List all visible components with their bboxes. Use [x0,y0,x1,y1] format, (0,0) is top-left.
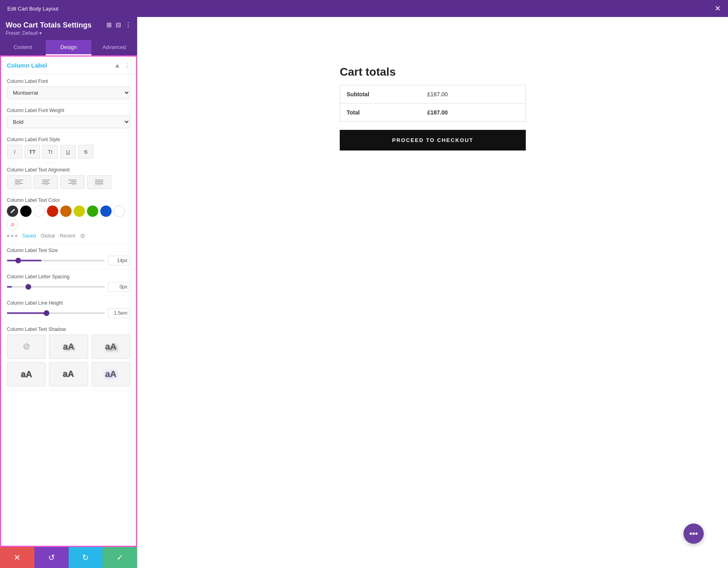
font-label: Column Label Font [7,78,130,84]
bottom-toolbar: ✕ ↺ ↻ ✓ [0,547,137,568]
font-select[interactable]: Montserrat [7,87,130,99]
color-tab-global[interactable]: Global [41,233,55,239]
tab-advanced[interactable]: Advanced [91,40,137,55]
letter-spacing-group: Column Label Letter Spacing 0px [1,270,136,296]
line-height-slider-row: 1.5em [7,308,130,318]
text-align-label: Column Label Text Alignment [7,167,130,173]
color-swatch-white[interactable] [114,206,125,217]
letter-spacing-slider-row: 0px [7,282,130,292]
tab-design[interactable]: Design [46,40,91,55]
color-tabs-row: Saved Global Recent ⚙ [7,233,130,239]
line-height-value[interactable]: 1.5em [108,308,130,318]
line-height-label: Column Label Line Height [7,300,130,306]
strikethrough-btn[interactable]: S [78,145,93,159]
text-color-group: Column Label Text Color ⊘ [1,193,136,244]
text-size-slider-row: 14px [7,256,130,265]
uppercase-btn[interactable]: TT [25,145,40,159]
font-style-group: Column Label Font Style I TT Tt U S [1,133,136,163]
line-height-slider[interactable] [7,312,105,314]
align-right-btn[interactable] [60,175,85,189]
cart-row-subtotal: Subtotal £187.00 [340,85,526,104]
color-swatch-black[interactable] [20,206,32,217]
color-dot-3 [15,235,17,237]
main-content: Cart totals Subtotal £187.00 Total £187.… [138,17,728,568]
text-size-label: Column Label Text Size [7,248,130,253]
shadow-grid: ⊘ aA aA aA aA aA [7,335,130,386]
panel-icon-column[interactable]: ⊟ [116,21,121,29]
color-dot-2 [11,235,13,237]
edit-bar-title: Edit Cart Body Layout [7,6,58,12]
color-settings-icon[interactable]: ⚙ [80,233,85,239]
edit-bar: Edit Cart Body Layout ✕ [0,0,728,17]
cart-totals-title: Cart totals [340,66,526,78]
color-swatch-white2[interactable] [34,206,45,217]
shadow-option-2[interactable]: aA [91,335,130,359]
align-justify-btn[interactable] [87,175,111,189]
tab-content[interactable]: Content [0,40,46,55]
text-shadow-group: Column Label Text Shadow ⊘ aA aA aA aA a… [1,322,136,391]
section-title: Column Label [7,62,47,69]
shadow-option-1[interactable]: aA [49,335,88,359]
save-button[interactable]: ✓ [103,547,137,568]
panel-title: Woo Cart Totals Settings [6,21,91,30]
color-picker-active[interactable] [7,206,18,217]
total-value: £187.00 [421,104,526,122]
text-color-label: Column Label Text Color [7,197,130,203]
letter-spacing-slider[interactable] [7,286,105,288]
text-shadow-label: Column Label Text Shadow [7,326,130,332]
section-collapse-icon[interactable]: ▲ [114,62,121,69]
color-tab-saved[interactable]: Saved [22,233,36,239]
svg-point-16 [14,209,15,210]
align-left-btn[interactable] [7,175,31,189]
text-size-value[interactable]: 14px [108,256,130,265]
italic-btn[interactable]: I [7,145,22,159]
redo-button[interactable]: ↻ [69,547,103,568]
color-swatch-blue[interactable] [100,206,112,217]
color-picker-row: ⊘ [7,206,130,230]
font-weight-label: Column Label Font Weight [7,108,130,113]
color-swatch-yellow[interactable] [74,206,85,217]
close-icon[interactable]: ✕ [715,4,721,13]
color-clear-btn[interactable]: ⊘ [7,219,18,230]
checkout-button[interactable]: PROCEED TO CHECKOUT [340,130,526,150]
letter-spacing-label: Column Label Letter Spacing [7,274,130,280]
undo-button[interactable]: ↺ [34,547,69,568]
font-group: Column Label Font Montserrat [1,74,136,104]
underline-btn[interactable]: U [60,145,76,159]
panel-tabs: Content Design Advanced [0,40,137,55]
line-height-group: Column Label Line Height 1.5em [1,296,136,322]
font-style-buttons: I TT Tt U S [7,145,130,159]
color-swatch-red[interactable] [47,206,58,217]
shadow-none[interactable]: ⊘ [7,335,46,359]
letter-spacing-value[interactable]: 0px [108,282,130,292]
cart-row-total: Total £187.00 [340,104,526,122]
align-center-btn[interactable] [34,175,58,189]
font-weight-select[interactable]: Bold Normal 100 200 [7,116,130,128]
section-controls: ▲ ⋮ [114,61,130,69]
section-menu-icon[interactable]: ⋮ [124,61,130,69]
font-weight-group: Column Label Font Weight Bold Normal 100… [1,104,136,133]
color-tab-recent[interactable]: Recent [60,233,75,239]
text-size-group: Column Label Text Size 14px [1,244,136,270]
panel-content: Column Label ▲ ⋮ Column Label Font Monts… [0,55,137,547]
color-swatch-orange[interactable] [60,206,72,217]
cart-table: Subtotal £187.00 Total £187.00 [340,85,526,122]
color-swatch-green[interactable] [87,206,98,217]
panel-preset[interactable]: Preset: Default ▾ [6,30,91,36]
floating-menu-button[interactable]: ••• [684,523,704,544]
right-panel: Cart totals Subtotal £187.00 Total £187.… [138,17,728,568]
text-size-slider[interactable] [7,260,105,261]
color-dot-1 [7,235,9,237]
align-buttons [7,175,130,189]
shadow-option-4[interactable]: aA [49,362,88,386]
cancel-button[interactable]: ✕ [0,547,34,568]
color-dots [7,235,17,237]
text-align-group: Column Label Text Alignment [1,163,136,193]
shadow-option-5[interactable]: aA [91,362,130,386]
subtotal-value: £187.00 [421,85,526,104]
shadow-option-3[interactable]: aA [7,362,46,386]
capitalize-btn[interactable]: Tt [42,145,58,159]
panel-icon-grid[interactable]: ⊞ [106,21,112,29]
font-style-label: Column Label Font Style [7,137,130,142]
panel-icon-menu[interactable]: ⋮ [125,21,131,29]
